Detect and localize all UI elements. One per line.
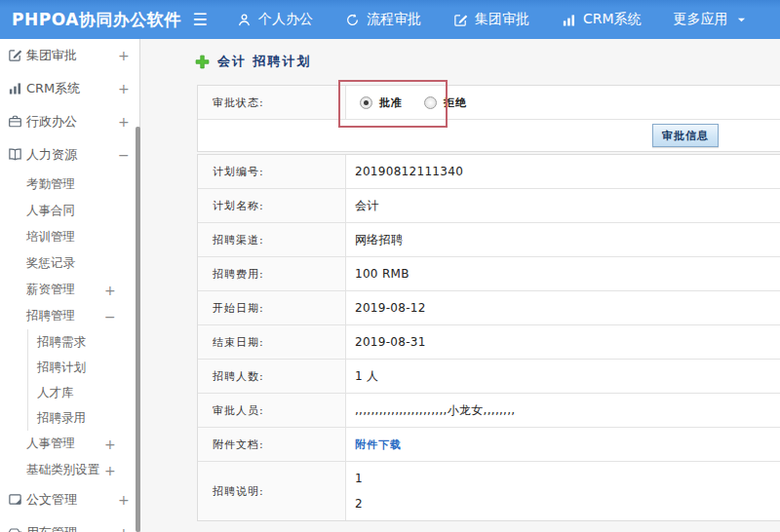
briefcase-icon <box>8 114 23 130</box>
topnav-item-personal-office[interactable]: 个人办公 <box>237 11 313 28</box>
expand-icon[interactable]: + <box>104 283 116 298</box>
document-icon <box>8 492 23 508</box>
field-row-attachment: 附件文档:附件下载 <box>198 428 780 462</box>
sidebar-item-label: 用车管理 <box>26 524 77 532</box>
tree-line <box>27 355 28 380</box>
detail-table: 计划编号:20190812111340计划名称:会计招聘渠道:网络招聘招聘费用:… <box>197 154 780 521</box>
field-label: 计划编号: <box>198 155 346 188</box>
radio-approve-checked[interactable] <box>360 96 372 109</box>
person-icon <box>237 13 252 27</box>
sidebar-item-talent-pool[interactable]: 人才库 <box>0 380 140 405</box>
sidebar-item-hr-contract[interactable]: 人事合同 <box>0 198 140 224</box>
bar-chart-icon <box>8 81 23 96</box>
expand-icon[interactable]: + <box>118 48 130 63</box>
field-value: 20190812111340 <box>355 165 463 178</box>
sidebar-item-recruit-mgmt[interactable]: 招聘管理− <box>0 303 140 329</box>
field-row-channel: 招聘渠道:网络招聘 <box>198 223 780 257</box>
sidebar-item-label: 人事管理 <box>26 436 75 452</box>
collapse-icon[interactable]: − <box>118 147 130 163</box>
sidebar-item-reward-records[interactable]: 奖惩记录 <box>0 250 140 277</box>
sidebar-item-recruit-hiring[interactable]: 招聘录用 <box>0 405 140 431</box>
sidebar-item-label: 集团审批 <box>26 47 77 64</box>
topnav-item-label: 更多应用 <box>674 11 728 28</box>
caret-down-icon <box>735 16 746 24</box>
sidebar-item-base-category[interactable]: 基础类别设置+ <box>0 457 140 483</box>
approval-status-row: 审批状态: 批准拒绝 <box>198 86 780 120</box>
tree-line <box>27 405 28 431</box>
approval-table: 审批状态: 批准拒绝 审批信息 <box>197 85 780 152</box>
expand-icon[interactable]: + <box>104 463 116 478</box>
page-header: 会计 招聘计划 <box>195 53 312 70</box>
radio-reject[interactable] <box>424 96 437 109</box>
page-title: 会计 招聘计划 <box>217 53 312 70</box>
field-value: 2019-08-31 <box>355 335 426 349</box>
field-value: 1 2 <box>355 466 363 516</box>
field-label: 审批人员: <box>198 394 346 427</box>
sidebar-item-recruit-plan[interactable]: 招聘计划 <box>0 355 140 380</box>
sidebar-item-label: CRM系统 <box>26 80 80 97</box>
tree-line <box>27 329 28 355</box>
collapse-icon[interactable]: − <box>104 309 116 324</box>
approval-radio-group: 批准拒绝 <box>360 95 467 110</box>
field-label: 附件文档: <box>198 428 346 461</box>
sidebar-item-group-approval[interactable]: 集团审批+ <box>0 39 140 72</box>
topnav-item-label: CRM系统 <box>583 11 642 28</box>
sidebar-item-label: 招聘录用 <box>37 410 86 427</box>
expand-icon[interactable]: + <box>118 81 130 96</box>
sidebar-item-administration[interactable]: 行政办公+ <box>0 105 140 138</box>
sidebar-item-label: 招聘需求 <box>37 334 86 351</box>
field-value: 2019-08-12 <box>355 301 426 315</box>
field-label: 计划名称: <box>198 189 346 222</box>
topnav-item-label: 个人办公 <box>258 11 313 28</box>
topnav-item-crm-system[interactable]: CRM系统 <box>562 11 642 28</box>
sidebar-item-crm-system[interactable]: CRM系统+ <box>0 72 140 105</box>
sidebar-item-label: 基础类别设置 <box>26 462 99 478</box>
approval-info-button[interactable]: 审批信息 <box>652 124 719 147</box>
field-value: 1 人 <box>355 368 378 385</box>
sidebar: 集团审批+CRM系统+行政办公+人力资源−考勤管理人事合同培训管理奖惩记录薪资管… <box>0 39 140 532</box>
expand-icon[interactable]: + <box>104 437 116 452</box>
topnav-item-label: 集团审批 <box>475 11 529 28</box>
sidebar-item-human-resources[interactable]: 人力资源− <box>0 138 140 171</box>
add-icon[interactable] <box>195 55 210 69</box>
field-row-approvers: 审批人员:,,,,,,,,,,,,,,,,,,,,,,,小龙女,,,,,,,, <box>198 394 780 428</box>
sidebar-item-training-mgmt[interactable]: 培训管理 <box>0 224 140 250</box>
menu-toggle-icon[interactable]: ☰ <box>180 10 219 29</box>
sidebar-item-label: 人事合同 <box>26 203 75 219</box>
sidebar-item-salary-mgmt[interactable]: 薪资管理+ <box>0 277 140 303</box>
field-label: 结束日期: <box>198 325 346 359</box>
sidebar-scrollbar[interactable] <box>136 127 140 532</box>
sidebar-item-recruit-demand[interactable]: 招聘需求 <box>0 329 140 355</box>
field-value: 100 RMB <box>355 267 410 281</box>
field-row-plan-no: 计划编号:20190812111340 <box>198 155 780 189</box>
radio-option-reject[interactable]: 拒绝 <box>424 95 467 110</box>
expand-icon[interactable]: + <box>118 114 130 130</box>
tree-line <box>27 380 28 405</box>
expand-icon[interactable]: + <box>118 525 130 532</box>
sidebar-item-label: 考勤管理 <box>26 176 75 193</box>
sidebar-item-personnel-mgmt[interactable]: 人事管理+ <box>0 431 140 457</box>
sidebar-item-label: 人力资源 <box>26 146 77 164</box>
sidebar-item-vehicle-mgmt[interactable]: 用车管理+ <box>0 516 140 532</box>
expand-icon[interactable]: + <box>118 492 130 508</box>
topnav-item-workflow-approval[interactable]: 流程审批 <box>345 11 421 28</box>
sidebar-item-label: 奖惩记录 <box>26 255 75 272</box>
radio-label: 批准 <box>379 95 403 110</box>
topnav-item-group-approval[interactable]: 集团审批 <box>453 11 529 28</box>
attachment-download-link[interactable]: 附件下载 <box>355 437 402 452</box>
approval-button-row: 审批信息 <box>198 120 780 152</box>
field-label: 开始日期: <box>198 291 346 324</box>
field-row-plan-name: 计划名称:会计 <box>198 189 780 223</box>
sidebar-item-document-mgmt[interactable]: 公文管理+ <box>0 483 140 516</box>
field-row-start-date: 开始日期:2019-08-12 <box>198 291 780 325</box>
sidebar-item-label: 招聘计划 <box>37 360 86 376</box>
topnav-item-more-apps[interactable]: 更多应用 <box>674 11 746 28</box>
field-value: 网络招聘 <box>355 232 403 248</box>
sidebar-item-attendance-mgmt[interactable]: 考勤管理 <box>0 171 140 198</box>
top-bar: PHPOA协同办公软件 ☰ 个人办公流程审批集团审批CRM系统更多应用 <box>0 0 780 39</box>
field-row-description: 招聘说明:1 2 <box>198 462 780 520</box>
bar-chart-icon <box>562 13 576 27</box>
field-row-end-date: 结束日期:2019-08-31 <box>198 325 780 360</box>
field-label: 招聘渠道: <box>198 223 346 256</box>
radio-option-approve[interactable]: 批准 <box>360 95 403 110</box>
